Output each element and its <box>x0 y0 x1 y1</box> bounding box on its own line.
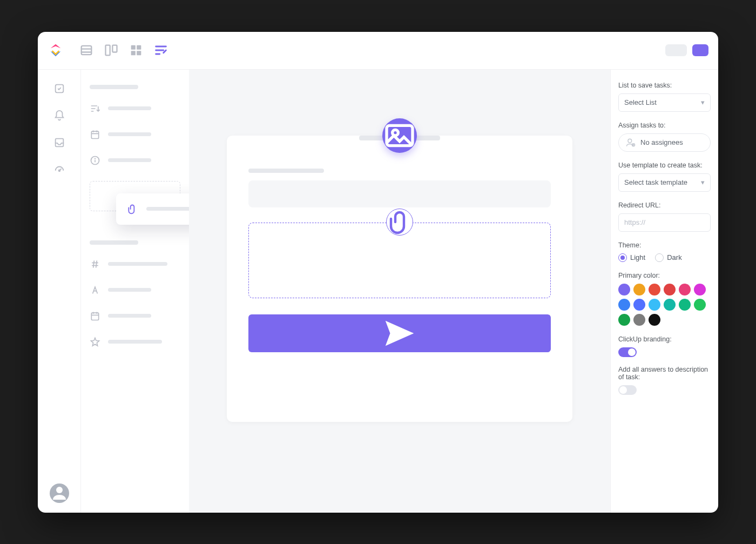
assignee-value: No assignees <box>640 138 683 146</box>
theme-radio-dark[interactable]: Dark <box>655 253 681 262</box>
fields-heading-placeholder <box>90 240 138 245</box>
fields-heading-placeholder <box>90 85 138 89</box>
field-option-text[interactable] <box>90 285 180 295</box>
list-select[interactable]: Select List ▾ <box>618 93 711 112</box>
settings-panel: List to save tasks: Select List ▾ Assign… <box>610 70 718 513</box>
form-canvas <box>189 70 610 513</box>
radio-indicator <box>618 253 627 262</box>
tab-list[interactable] <box>79 43 94 58</box>
view-tabs <box>79 43 168 58</box>
form-attachment-dropzone[interactable] <box>248 223 551 298</box>
list-select-value: Select List <box>624 98 657 106</box>
svg-point-24 <box>95 158 96 159</box>
field-option-date[interactable] <box>90 129 180 140</box>
form-preview-card <box>227 136 572 422</box>
field-label-placeholder <box>108 132 151 136</box>
tab-box[interactable] <box>129 43 144 58</box>
assign-label: Assign tasks to: <box>618 122 711 129</box>
calendar-icon <box>90 311 100 321</box>
field-label-placeholder <box>108 288 151 292</box>
svg-marker-33 <box>91 338 99 346</box>
svg-rect-8 <box>137 51 141 55</box>
sort-icon <box>90 103 100 114</box>
form-text-input[interactable] <box>248 180 551 207</box>
redirect-label: Redirect URL: <box>618 202 711 209</box>
field-label-placeholder <box>108 262 167 266</box>
user-avatar[interactable] <box>50 483 69 503</box>
theme-label: Theme: <box>618 241 711 249</box>
primary-action-button[interactable] <box>692 44 708 56</box>
color-swatch[interactable] <box>649 284 660 295</box>
add-answers-toggle[interactable] <box>618 385 637 395</box>
hash-icon <box>90 259 100 270</box>
color-swatch[interactable] <box>649 299 660 311</box>
color-swatch[interactable] <box>679 284 691 295</box>
nav-notifications[interactable] <box>53 110 65 122</box>
field-option-date2[interactable] <box>90 311 180 321</box>
svg-line-27 <box>93 260 94 267</box>
star-icon <box>90 337 100 347</box>
nav-inbox[interactable] <box>53 137 65 149</box>
theme-radio-group: Light Dark <box>618 253 711 262</box>
color-swatch[interactable] <box>618 314 630 326</box>
svg-rect-0 <box>82 46 92 55</box>
form-submit-button[interactable] <box>248 314 551 352</box>
field-label-placeholder <box>108 158 151 162</box>
list-save-label: List to save tasks: <box>618 82 711 89</box>
color-swatch[interactable] <box>618 299 630 311</box>
info-icon <box>90 155 100 166</box>
field-option-info[interactable] <box>90 155 180 166</box>
tab-board[interactable] <box>104 43 119 58</box>
field-drop-slot[interactable] <box>90 181 180 211</box>
text-icon <box>90 285 100 295</box>
color-swatch[interactable] <box>633 299 645 311</box>
color-swatch[interactable] <box>633 284 645 295</box>
add-person-icon <box>625 137 636 148</box>
chevron-down-icon: ▾ <box>701 98 705 106</box>
color-swatch[interactable] <box>633 314 645 326</box>
template-select[interactable]: Select task template ▾ <box>618 173 711 192</box>
color-swatch[interactable] <box>664 299 676 311</box>
svg-rect-5 <box>131 45 136 50</box>
app-logo <box>48 42 64 58</box>
branding-toggle[interactable] <box>618 347 637 357</box>
color-swatch[interactable] <box>679 299 691 311</box>
color-swatch[interactable] <box>694 284 706 295</box>
svg-line-28 <box>96 260 97 267</box>
form-logo-upload[interactable] <box>382 118 417 153</box>
add-answers-label: Add all answers to description of task: <box>618 366 711 381</box>
theme-radio-light[interactable]: Light <box>618 253 645 262</box>
svg-rect-7 <box>131 51 136 55</box>
branding-label: ClickUp branding: <box>618 335 711 343</box>
field-option-hash[interactable] <box>90 259 180 270</box>
theme-light-label: Light <box>630 253 645 261</box>
field-label-placeholder <box>108 314 151 318</box>
color-swatch[interactable] <box>664 284 676 295</box>
tab-form[interactable] <box>153 43 168 58</box>
svg-point-14 <box>56 487 63 493</box>
template-label: Use template to create task: <box>618 162 711 169</box>
field-option-sort[interactable] <box>90 103 180 114</box>
nav-dashboard[interactable] <box>53 164 65 176</box>
color-swatch[interactable] <box>649 314 660 326</box>
assignee-select[interactable]: No assignees <box>618 133 711 152</box>
calendar-icon <box>90 129 100 140</box>
color-grid <box>618 284 711 326</box>
attachment-icon <box>386 209 413 236</box>
svg-rect-4 <box>112 45 117 52</box>
secondary-action-button[interactable] <box>665 44 687 56</box>
field-label-placeholder <box>108 340 162 344</box>
topbar-actions <box>665 44 708 56</box>
nav-rail <box>38 70 81 513</box>
template-select-value: Select task template <box>624 178 687 186</box>
app-window: List to save tasks: Select List ▾ Assign… <box>38 32 718 513</box>
primary-color-label: Primary color: <box>618 272 711 279</box>
svg-rect-6 <box>137 45 141 50</box>
topbar <box>38 32 718 70</box>
field-option-star[interactable] <box>90 337 180 347</box>
radio-indicator <box>655 253 664 262</box>
color-swatch[interactable] <box>618 284 630 295</box>
redirect-url-input[interactable] <box>618 213 711 232</box>
color-swatch[interactable] <box>694 299 706 311</box>
nav-tasks[interactable] <box>53 83 65 95</box>
